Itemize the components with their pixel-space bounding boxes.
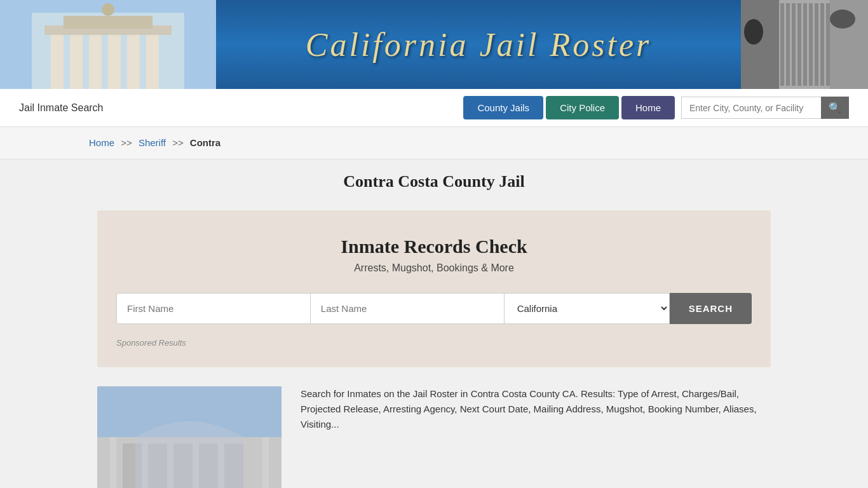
facility-image xyxy=(97,386,281,488)
last-name-input[interactable] xyxy=(311,293,505,324)
page-title: Contra Costa County Jail xyxy=(97,172,771,191)
first-name-input[interactable] xyxy=(116,293,311,324)
inmate-search-button[interactable]: SEARCH xyxy=(670,293,752,324)
inmate-search-form: California Alabama Alaska Arizona Arkans… xyxy=(116,293,752,324)
breadcrumb: Home >> Sheriff >> Contra xyxy=(89,137,220,148)
description-text: Search for Inmates on the Jail Roster in… xyxy=(301,386,771,488)
site-title: California Jail Roster xyxy=(306,26,651,64)
nav-county-jails[interactable]: County Jails xyxy=(463,96,543,119)
state-select[interactable]: California Alabama Alaska Arizona Arkans… xyxy=(505,293,670,324)
navbar: Jail Inmate Search County Jails City Pol… xyxy=(0,89,868,127)
header-banner: California Jail Roster xyxy=(0,0,868,89)
records-check-title: Inmate Records Check xyxy=(116,236,752,257)
navbar-brand: Jail Inmate Search xyxy=(19,102,463,114)
breadcrumb-sep-1: >> xyxy=(121,137,132,148)
navbar-search-input[interactable] xyxy=(681,97,821,119)
main-content: Contra Costa County Jail Inmate Records … xyxy=(72,159,796,488)
banner-right-image xyxy=(741,0,868,89)
breadcrumb-sheriff[interactable]: Sheriff xyxy=(139,137,166,148)
banner-left-image xyxy=(0,0,216,89)
breadcrumb-home[interactable]: Home xyxy=(89,137,114,148)
sponsored-label: Sponsored Results xyxy=(116,338,186,348)
nav-buttons: County Jails City Police Home xyxy=(463,96,675,119)
breadcrumb-bar: Home >> Sheriff >> Contra xyxy=(0,127,868,159)
nav-home[interactable]: Home xyxy=(621,96,675,119)
breadcrumb-sep-2: >> xyxy=(172,137,184,148)
bottom-section: Search for Inmates on the Jail Roster in… xyxy=(97,386,771,488)
search-icon: 🔍 xyxy=(829,102,841,113)
records-check-box: Inmate Records Check Arrests, Mugshot, B… xyxy=(97,210,771,367)
navbar-search: 🔍 xyxy=(681,97,849,119)
nav-city-police[interactable]: City Police xyxy=(546,96,619,119)
navbar-search-button[interactable]: 🔍 xyxy=(821,97,849,119)
records-check-subtitle: Arrests, Mugshot, Bookings & More xyxy=(116,262,752,274)
banner-center: California Jail Roster xyxy=(216,0,741,89)
breadcrumb-current: Contra xyxy=(190,137,220,148)
